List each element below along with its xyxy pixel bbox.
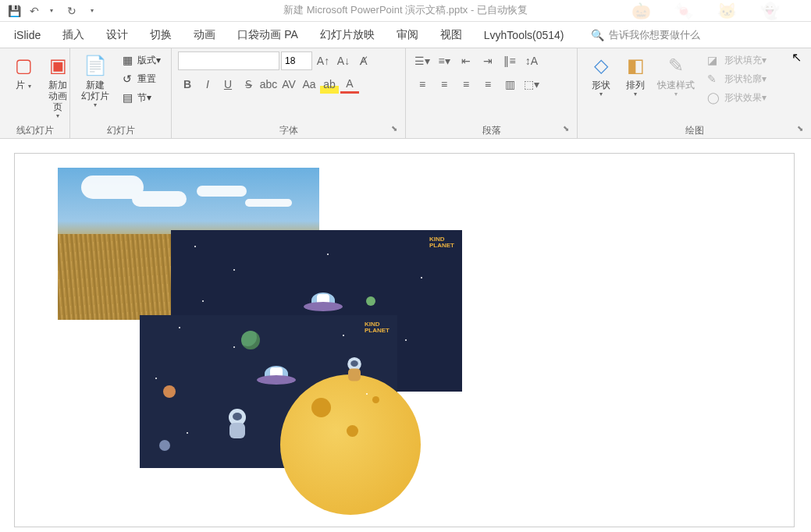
decrease-font-icon[interactable]: A↓ bbox=[334, 51, 353, 70]
tab-insert[interactable]: 插入 bbox=[52, 22, 95, 48]
align-right-button[interactable]: ≡ bbox=[456, 75, 476, 94]
font-size-input[interactable] bbox=[281, 51, 312, 70]
outline-icon: ✎ bbox=[707, 73, 721, 85]
undo-dropdown-icon[interactable]: ▾ bbox=[44, 3, 59, 19]
drawing-dialog-launcher-icon[interactable]: ⬊ bbox=[797, 124, 808, 135]
group-paragraph: ☰▾ ≡▾ ⇤ ⇥ ‖≡ ↕A ≡ ≡ ≡ ≡ ▥ ⬚▾ 段落 ⬊ bbox=[406, 48, 578, 138]
tab-view[interactable]: 视图 bbox=[429, 22, 473, 48]
quick-styles-button[interactable]: ✎ 快速样式▾ bbox=[653, 51, 699, 99]
tab-slideshow[interactable]: 幻灯片放映 bbox=[309, 22, 386, 48]
columns-button[interactable]: ▥ bbox=[500, 75, 520, 94]
ribbon-tabs: iSlide 插入 设计 切换 动画 口袋动画 PA 幻灯片放映 审阅 视图 L… bbox=[0, 22, 811, 48]
tab-transitions[interactable]: 切换 bbox=[139, 22, 183, 48]
fill-icon: ◪ bbox=[707, 54, 721, 66]
increase-font-icon[interactable]: A↑ bbox=[314, 51, 333, 70]
arrange-button[interactable]: ◧ 排列▾ bbox=[618, 51, 653, 99]
tell-me-search[interactable]: 🔍 告诉我你想要做什么 bbox=[591, 28, 700, 42]
decrease-indent-button[interactable]: ⇤ bbox=[456, 51, 476, 70]
effects-icon: ◯ bbox=[707, 91, 721, 104]
change-case-button[interactable]: Aa bbox=[300, 75, 318, 94]
reset-button[interactable]: ↺重置 bbox=[117, 70, 164, 87]
numbering-button[interactable]: ≡▾ bbox=[434, 51, 454, 70]
shapes-icon: ◇ bbox=[589, 53, 614, 78]
qat-dropdown-icon[interactable]: ▾ bbox=[84, 3, 100, 19]
tab-design[interactable]: 设计 bbox=[95, 22, 139, 48]
shape-outline-button[interactable]: ✎形状轮廓 ▾ bbox=[704, 70, 770, 87]
shape-effects-button[interactable]: ◯形状效果 ▾ bbox=[704, 89, 770, 106]
group-label: 线幻灯片 bbox=[6, 122, 63, 137]
line-spacing-button[interactable]: ‖≡ bbox=[500, 51, 520, 70]
ribbon: ▢ 片 ▾ ▣ 新加 动画页 ▾ 线幻灯片 📄 新建 幻灯片 ▾ ▦版式 ▾ ↺… bbox=[0, 48, 811, 139]
clear-format-icon[interactable]: A̸ bbox=[354, 51, 373, 70]
group-label: 段落 bbox=[412, 122, 571, 137]
section-button[interactable]: ▤节 ▾ bbox=[117, 89, 164, 106]
group-font: A↑ A↓ A̸ B I U S̶ abc AV Aa ab A 字体 ⬊ bbox=[172, 48, 406, 138]
align-left-button[interactable]: ≡ bbox=[412, 75, 432, 94]
group-slides: 📄 新建 幻灯片 ▾ ▦版式 ▾ ↺重置 ▤节 ▾ 幻灯片 bbox=[70, 48, 172, 138]
astronaut-illustration bbox=[345, 357, 364, 382]
tab-lvyhtools[interactable]: LvyhTools(0514) bbox=[473, 22, 575, 48]
ufo-illustration bbox=[257, 366, 296, 389]
group-offline-slides: ▢ 片 ▾ ▣ 新加 动画页 ▾ 线幻灯片 bbox=[0, 48, 70, 138]
shape-fill-button[interactable]: ◪形状填充 ▾ bbox=[704, 51, 770, 69]
layout-button[interactable]: ▦版式 ▾ bbox=[117, 51, 164, 69]
tab-pocket-anim[interactable]: 口袋动画 PA bbox=[226, 22, 309, 48]
save-icon[interactable]: 💾 bbox=[6, 3, 22, 19]
tab-animations[interactable]: 动画 bbox=[183, 22, 226, 48]
ufo-illustration bbox=[304, 293, 343, 316]
redo-icon[interactable]: ↻ bbox=[64, 3, 80, 19]
arrange-icon: ◧ bbox=[623, 53, 648, 78]
highlight-button[interactable]: ab bbox=[320, 75, 339, 94]
new-slide-icon: 📄 bbox=[83, 53, 108, 78]
anim-page-icon: ▣ bbox=[45, 53, 70, 78]
font-color-button[interactable]: A bbox=[340, 75, 359, 94]
text-direction-button[interactable]: ↕A bbox=[521, 51, 542, 70]
undo-icon[interactable]: ↶ bbox=[27, 3, 42, 19]
new-slide-button[interactable]: 📄 新建 幻灯片 ▾ bbox=[76, 51, 114, 110]
underline-button[interactable]: U bbox=[219, 75, 237, 94]
group-label: 绘图 bbox=[584, 122, 805, 137]
convert-smartart-button[interactable]: ⬚▾ bbox=[521, 75, 542, 94]
quick-styles-icon: ✎ bbox=[663, 53, 688, 78]
image-space-2[interactable]: KIND PLANET bbox=[140, 315, 397, 468]
planet-illustration bbox=[163, 385, 176, 398]
justify-button[interactable]: ≡ bbox=[478, 75, 498, 94]
group-label: 字体 bbox=[178, 122, 399, 137]
tell-me-placeholder: 告诉我你想要做什么 bbox=[609, 28, 700, 42]
planet-illustration bbox=[159, 440, 170, 451]
reset-icon: ↺ bbox=[120, 72, 134, 86]
slide-icon: ▢ bbox=[11, 53, 36, 78]
tab-islide[interactable]: iSlide bbox=[3, 22, 52, 48]
section-icon: ▤ bbox=[120, 90, 134, 105]
font-dialog-launcher-icon[interactable]: ⬊ bbox=[391, 124, 402, 135]
group-drawing: ◇ 形状▾ ◧ 排列▾ ✎ 快速样式▾ ◪形状填充 ▾ ✎形状轮廓 ▾ ◯形状效… bbox=[578, 48, 811, 138]
strikethrough-button[interactable]: S̶ bbox=[239, 75, 258, 94]
font-name-input[interactable] bbox=[178, 51, 279, 70]
offline-slide-button[interactable]: ▢ 片 ▾ bbox=[6, 51, 41, 94]
italic-button[interactable]: I bbox=[198, 75, 217, 94]
planet-illustration bbox=[241, 331, 260, 349]
search-icon: 🔍 bbox=[591, 29, 604, 41]
increase-indent-button[interactable]: ⇥ bbox=[478, 51, 498, 70]
bold-button[interactable]: B bbox=[178, 75, 197, 94]
bullets-button[interactable]: ☰▾ bbox=[412, 51, 432, 70]
paragraph-dialog-launcher-icon[interactable]: ⬊ bbox=[563, 124, 574, 135]
quick-access-toolbar: 💾 ↶ ▾ ↻ ▾ bbox=[0, 0, 811, 22]
planet-illustration bbox=[366, 296, 375, 306]
slide-canvas-area[interactable]: KIND PLANET KIND PLANET bbox=[0, 139, 811, 532]
shadow-button[interactable]: abc bbox=[259, 75, 278, 94]
slide[interactable]: KIND PLANET KIND PLANET bbox=[14, 153, 795, 527]
astronaut-illustration bbox=[226, 409, 249, 440]
shapes-button[interactable]: ◇ 形状▾ bbox=[584, 51, 618, 99]
tab-review[interactable]: 审阅 bbox=[386, 22, 429, 48]
group-label: 幻灯片 bbox=[76, 122, 165, 137]
char-spacing-button[interactable]: AV bbox=[279, 75, 298, 94]
layout-icon: ▦ bbox=[120, 53, 134, 67]
align-center-button[interactable]: ≡ bbox=[434, 75, 454, 94]
